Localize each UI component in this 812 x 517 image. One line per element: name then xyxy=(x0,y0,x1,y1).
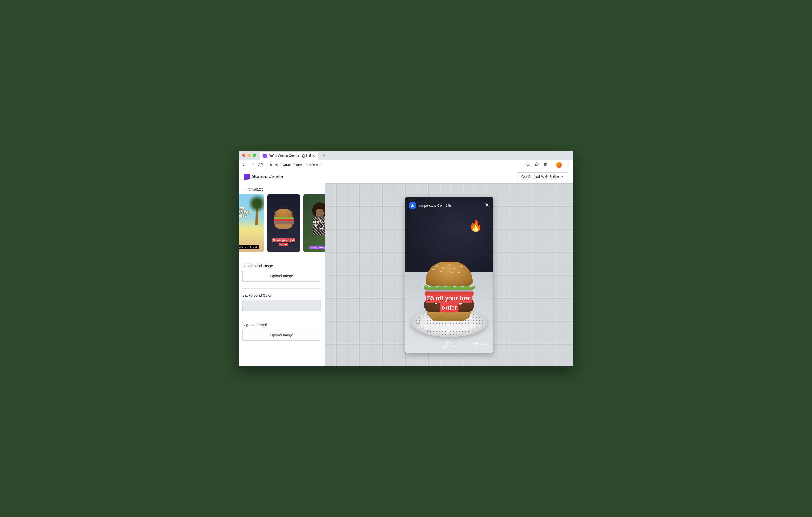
bg-image-label: Background Image xyxy=(242,264,321,268)
tab-bar: Buffer Stories Creator - Quickl × + xyxy=(239,151,573,160)
maximize-window-button[interactable] xyxy=(253,154,256,157)
url-bar: https://buffer.com/stories-creator xyxy=(239,160,573,170)
close-tab-icon[interactable]: × xyxy=(313,154,315,158)
address-bar[interactable]: https://buffer.com/stories-creator xyxy=(267,161,522,169)
reload-icon[interactable] xyxy=(258,162,263,167)
template-badge: Our top 10 summer p xyxy=(310,246,325,249)
template-headline: FARES STARTING AT JUST $59 xyxy=(239,207,250,221)
brand-text: Stories Creator xyxy=(252,174,283,179)
toolbar-icons xyxy=(526,162,570,168)
send-icon[interactable] xyxy=(473,342,479,348)
logo-section: Logo or Graphic Upload Image xyxy=(239,323,325,346)
fire-emoji-icon[interactable]: 🔥 xyxy=(469,219,483,232)
new-tab-button[interactable]: + xyxy=(320,153,327,158)
forward-icon[interactable] xyxy=(250,162,255,167)
story-text-line: order xyxy=(440,303,459,312)
menu-icon[interactable] xyxy=(566,162,570,168)
template-card[interactable]: Discover What's new Our top 10 summer p xyxy=(303,194,325,252)
close-icon[interactable] xyxy=(484,202,490,209)
caret-down-icon: ▼ xyxy=(243,188,245,191)
canvas[interactable]: & Ampersand Co. 13h xyxy=(325,183,573,366)
zoom-icon[interactable] xyxy=(526,162,530,168)
tab-favicon-icon xyxy=(263,154,267,158)
logo-label: Logo or Graphic xyxy=(242,323,321,327)
minimize-window-button[interactable] xyxy=(248,154,251,157)
story-header: & Ampersand Co. 13h xyxy=(409,202,490,209)
template-headline: Discover What's new xyxy=(313,221,325,231)
svg-point-3 xyxy=(568,165,569,166)
template-text-line: order xyxy=(279,243,288,246)
browser-tab[interactable]: Buffer Stories Creator - Quickl × xyxy=(260,152,318,160)
template-card[interactable]: $5 off your first order xyxy=(267,194,300,252)
tab-title: Buffer Stories Creator - Quickl xyxy=(269,154,311,158)
profile-avatar[interactable] xyxy=(556,162,562,168)
templates-header[interactable]: ▼ Templates xyxy=(239,187,325,191)
brand-logo-icon xyxy=(244,174,250,180)
divider xyxy=(242,318,321,318)
svg-point-1 xyxy=(568,163,569,163)
upload-bg-image-button[interactable]: Upload Image xyxy=(242,271,321,281)
story-text-overlay[interactable]: $5 off your first order xyxy=(426,294,472,312)
toolbar-divider xyxy=(552,162,552,167)
close-window-button[interactable] xyxy=(242,154,245,157)
app-brand[interactable]: Stories Creator xyxy=(244,174,283,180)
story-timestamp: 13h xyxy=(445,204,451,208)
upload-logo-button[interactable]: Upload Image xyxy=(242,330,321,341)
template-text-line: $5 off your first xyxy=(272,238,295,242)
bg-color-swatch[interactable] xyxy=(242,300,321,311)
back-icon[interactable] xyxy=(242,162,246,167)
templates-row: FARES STARTING AT JUST $59 Swipe Up to B… xyxy=(239,194,325,257)
story-footer: See More xyxy=(405,345,493,349)
divider xyxy=(242,259,321,259)
templates-label: Templates xyxy=(247,187,264,191)
see-more-button[interactable]: See More xyxy=(442,345,457,349)
app-body: ▼ Templates FARES STARTING AT JUST $59 S… xyxy=(239,183,573,366)
browser-window: Buffer Stories Creator - Quickl × + http… xyxy=(239,151,573,366)
divider xyxy=(242,288,321,288)
story-avatar[interactable]: & xyxy=(409,202,416,209)
template-badge: Swipe Up to Book ✌️ xyxy=(239,245,259,249)
svg-point-0 xyxy=(527,163,529,166)
svg-point-2 xyxy=(568,164,569,165)
lock-icon xyxy=(270,163,273,167)
get-started-button[interactable]: Get Started With Buffer → xyxy=(517,172,568,181)
story-text-line: $5 off your first xyxy=(426,294,472,303)
bg-color-label: Background Color xyxy=(242,293,321,298)
background-color-section: Background Color xyxy=(239,293,325,316)
background-image-section: Background Image Upload Image xyxy=(239,264,325,287)
template-card[interactable]: FARES STARTING AT JUST $59 Swipe Up to B… xyxy=(239,194,264,252)
story-username[interactable]: Ampersand Co. xyxy=(419,204,443,208)
more-icon[interactable]: ••• xyxy=(482,342,488,347)
story-progress-bar xyxy=(408,199,491,200)
url-text: https://buffer.com/stories-creator xyxy=(275,163,324,167)
sidebar: ▼ Templates FARES STARTING AT JUST $59 S… xyxy=(239,183,325,366)
window-controls xyxy=(241,154,257,157)
person-thumbnail-icon xyxy=(312,202,325,236)
extension-buffer-icon[interactable] xyxy=(543,162,548,168)
star-icon[interactable] xyxy=(534,162,539,168)
story-preview[interactable]: & Ampersand Co. 13h xyxy=(405,197,493,353)
app-header: Stories Creator Get Started With Buffer … xyxy=(239,170,573,183)
burger-thumbnail-icon xyxy=(273,209,294,230)
